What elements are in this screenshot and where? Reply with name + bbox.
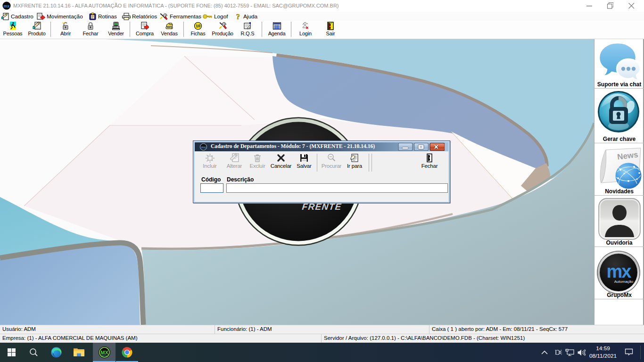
svg-text:FRENTE: FRENTE [101,355,107,357]
svg-text:FRENTE: FRENTE [302,202,342,212]
svg-text:mx: mx [201,146,206,149]
svg-text:mx: mx [4,4,10,8]
svg-text:mx: mx [607,262,632,281]
svg-text:10: 10 [196,24,200,28]
svg-text:Automação: Automação [614,280,634,284]
svg-text:?: ? [236,13,240,20]
